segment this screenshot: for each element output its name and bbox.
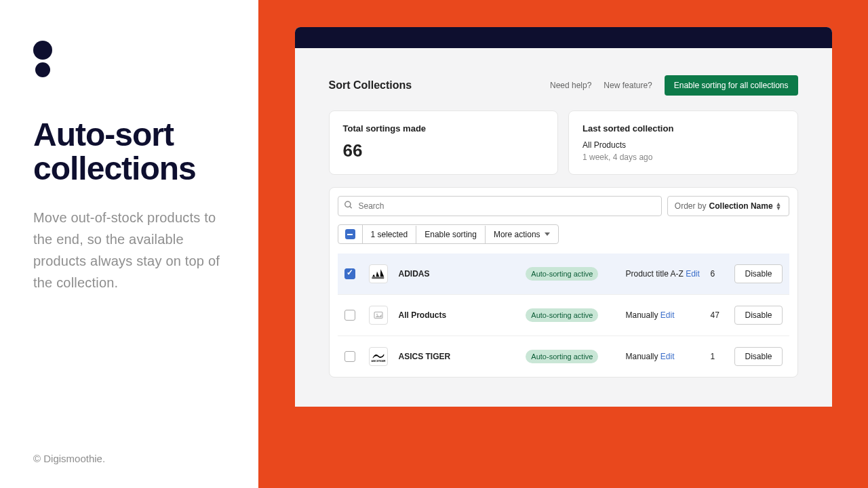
select-all-checkbox[interactable] (338, 225, 363, 243)
copyright: © Digismoothie. (33, 453, 105, 464)
last-sorted-label: Last sorted collection (583, 123, 784, 134)
sort-arrows-icon: ▲▼ (776, 202, 782, 211)
enable-all-button[interactable]: Enable sorting for all collections (665, 75, 798, 96)
product-count: 1 (710, 352, 734, 361)
search-icon (344, 201, 353, 212)
svg-point-0 (344, 201, 350, 207)
last-sorted-card: Last sorted collection All Products 1 we… (568, 110, 798, 175)
total-sortings-card: Total sortings made 66 (329, 110, 559, 175)
row-checkbox[interactable] (344, 268, 355, 279)
row-checkbox[interactable] (344, 351, 355, 362)
bulk-action-bar: 1 selected Enable sorting More actions (338, 224, 559, 244)
row-checkbox[interactable] (344, 310, 355, 321)
status-badge: Auto-sorting active (526, 350, 598, 363)
chevron-down-icon (545, 232, 550, 236)
status-badge: Auto-sorting active (526, 308, 598, 322)
svg-rect-2 (372, 277, 384, 278)
table-row: ADIDAS Auto-sorting active Product title… (338, 253, 789, 295)
svg-text:ASICSTIGER: ASICSTIGER (371, 360, 385, 363)
app-topbar (295, 27, 832, 48)
page-heading: Auto-sort collections (33, 118, 238, 186)
search-container (338, 196, 662, 216)
svg-line-1 (349, 206, 351, 208)
disable-button[interactable]: Disable (734, 347, 782, 366)
page-subtitle: Move out-of-stock products to the end, s… (33, 207, 238, 293)
search-input[interactable] (338, 196, 662, 216)
collection-thumb (369, 264, 388, 283)
sort-mode: Manually Edit (625, 352, 710, 361)
sort-mode: Manually Edit (625, 310, 710, 320)
product-count: 6 (710, 269, 734, 279)
edit-link[interactable]: Edit (660, 352, 675, 361)
more-actions-button[interactable]: More actions (486, 226, 558, 243)
collection-thumb: ASICSTIGER (369, 347, 388, 366)
enable-sorting-button[interactable]: Enable sorting (416, 226, 486, 243)
svg-point-5 (376, 314, 378, 315)
status-badge: Auto-sorting active (526, 267, 598, 281)
order-select[interactable]: Order by Collection Name ▲▼ (667, 196, 789, 216)
svg-rect-3 (372, 278, 384, 279)
disable-button[interactable]: Disable (734, 306, 782, 325)
collections-card: Order by Collection Name ▲▼ 1 selected E… (329, 187, 798, 378)
collection-name[interactable]: All Products (399, 310, 526, 320)
app-window: Sort Collections Need help? New feature?… (295, 27, 832, 407)
table-row: ASICSTIGER ASICS TIGER Auto-sorting acti… (338, 336, 789, 377)
collection-name[interactable]: ADIDAS (399, 269, 526, 279)
selected-count: 1 selected (363, 226, 417, 243)
sort-mode: Product title A-Z Edit (625, 269, 710, 279)
new-feature-link[interactable]: New feature? (604, 81, 652, 90)
edit-link[interactable]: Edit (660, 310, 675, 320)
total-sortings-value: 66 (343, 140, 545, 161)
section-title: Sort Collections (329, 79, 412, 92)
collection-name[interactable]: ASICS TIGER (399, 352, 526, 361)
disable-button[interactable]: Disable (734, 264, 782, 283)
help-link[interactable]: Need help? (550, 81, 591, 90)
last-sorted-name: All Products (583, 140, 784, 150)
table-row: All Products Auto-sorting active Manuall… (338, 295, 789, 336)
logo (33, 41, 238, 77)
total-sortings-label: Total sortings made (343, 123, 545, 134)
product-count: 47 (710, 310, 734, 320)
collection-thumb (369, 306, 388, 325)
edit-link[interactable]: Edit (686, 269, 700, 279)
last-sorted-time: 1 week, 4 days ago (583, 152, 784, 162)
